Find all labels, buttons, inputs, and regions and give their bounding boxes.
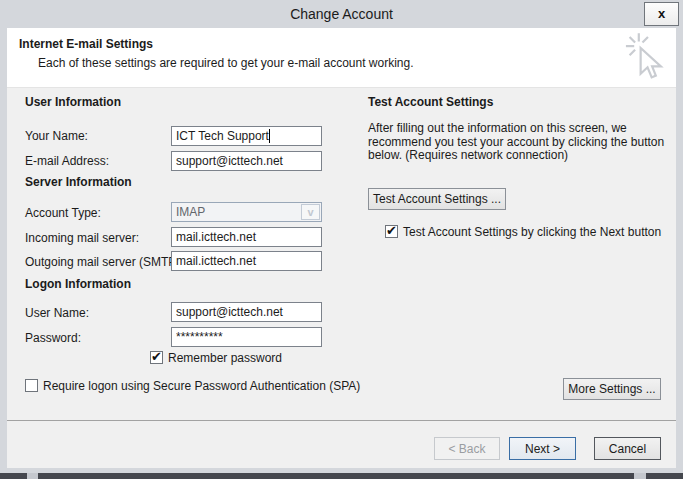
server-information-heading: Server Information (25, 175, 132, 189)
remember-password-label: Remember password (168, 351, 282, 365)
background-window-edge (0, 473, 683, 479)
outgoing-server-input[interactable] (171, 251, 322, 271)
chevron-down-icon: v (307, 206, 313, 218)
user-name-input[interactable] (171, 302, 322, 322)
dialog-content: Internet E-mail Settings Each of these s… (7, 28, 676, 468)
your-name-label: Your Name: (25, 129, 88, 143)
remember-password-row[interactable]: Remember password (150, 350, 320, 366)
incoming-server-input[interactable] (171, 227, 322, 247)
spa-row[interactable]: Require logon using Secure Password Auth… (25, 378, 385, 394)
background-window-detail (634, 473, 646, 479)
background-window-detail (27, 473, 38, 479)
account-type-label: Account Type: (25, 206, 101, 220)
spa-label: Require logon using Secure Password Auth… (43, 379, 360, 393)
text-caret (269, 129, 270, 143)
password-label: Password: (25, 331, 81, 345)
user-name-label: User Name: (25, 306, 89, 320)
next-button[interactable]: Next > (509, 437, 576, 460)
account-type-dropdown: IMAP v (171, 202, 322, 222)
back-button: < Back (434, 437, 500, 460)
incoming-server-label: Incoming mail server: (25, 231, 139, 245)
spa-checkbox[interactable] (25, 379, 38, 392)
test-account-settings-button[interactable]: Test Account Settings ... (368, 188, 506, 210)
test-account-settings-heading: Test Account Settings (368, 95, 493, 109)
account-type-value: IMAP (176, 205, 205, 219)
dropdown-arrow-box: v (301, 204, 320, 220)
email-address-input[interactable] (171, 151, 322, 171)
more-settings-button[interactable]: More Settings ... (563, 378, 661, 400)
password-input[interactable] (171, 327, 322, 347)
email-address-label: E-mail Address: (25, 154, 109, 168)
page-subtitle: Each of these settings are required to g… (38, 56, 414, 70)
page-title: Internet E-mail Settings (19, 37, 153, 51)
user-information-heading: User Information (25, 95, 121, 109)
window-title: Change Account (0, 0, 683, 28)
wizard-header: Internet E-mail Settings Each of these s… (7, 28, 676, 88)
remember-password-checkbox[interactable] (150, 351, 163, 364)
logon-information-heading: Logon Information (25, 277, 131, 291)
test-on-next-checkbox[interactable] (385, 225, 398, 238)
test-on-next-label: Test Account Settings by clicking the Ne… (403, 225, 661, 239)
outgoing-server-label: Outgoing mail server (SMTP): (25, 255, 184, 269)
cancel-button[interactable]: Cancel (594, 437, 661, 460)
titlebar: Change Account x (0, 0, 683, 28)
close-button[interactable]: x (644, 2, 679, 26)
footer-divider (7, 420, 676, 421)
test-account-description: After filling out the information on thi… (368, 122, 670, 163)
change-account-dialog: Change Account x Internet E-mail Setting… (0, 0, 683, 479)
click-cursor-icon (625, 32, 671, 86)
test-on-next-row[interactable]: Test Account Settings by clicking the Ne… (385, 224, 675, 240)
your-name-input[interactable] (171, 126, 322, 146)
